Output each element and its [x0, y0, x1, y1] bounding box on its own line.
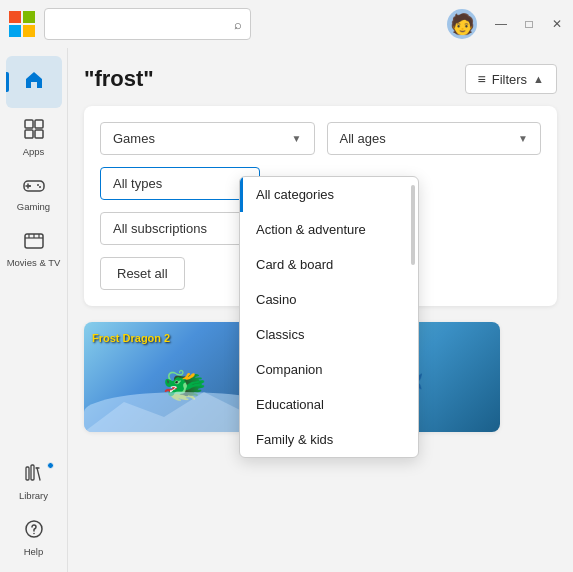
casino-label: Casino [256, 292, 296, 307]
search-box[interactable]: frost ⌕ [44, 8, 251, 40]
sidebar-item-library-label: Library [19, 490, 48, 501]
title-bar: frost ⌕ 🧑 — □ ✕ [0, 0, 573, 48]
dropdown-item-card[interactable]: Card & board [240, 247, 418, 282]
library-icon [24, 463, 44, 488]
home-icon [23, 69, 45, 96]
sidebar-item-help-label: Help [24, 546, 44, 557]
svg-rect-7 [35, 130, 43, 138]
filters-button[interactable]: ≡ Filters ▲ [465, 64, 557, 94]
dropdown-item-companion[interactable]: Companion [240, 352, 418, 387]
age-chevron-icon: ▼ [518, 133, 528, 144]
dropdown-scrollbar [411, 185, 415, 265]
categories-dropdown: All categories Action & adventure Card &… [239, 176, 419, 458]
dropdown-item-educational[interactable]: Educational [240, 387, 418, 422]
svg-rect-0 [9, 11, 21, 23]
svg-rect-4 [25, 120, 33, 128]
dropdown-item-casino[interactable]: Casino [240, 282, 418, 317]
content-area: "frost" ≡ Filters ▲ Games ▼ All ages ▼ [68, 48, 573, 572]
type-chevron-icon: ▼ [292, 133, 302, 144]
svg-rect-3 [23, 25, 35, 37]
filter-subscriptions-value: All subscriptions [113, 221, 207, 236]
sidebar-item-gaming-label: Gaming [17, 201, 50, 212]
page-title: "frost" [84, 66, 154, 92]
sidebar-item-movies[interactable]: Movies & TV [6, 224, 62, 276]
companion-label: Companion [256, 362, 323, 377]
gaming-icon [23, 176, 45, 199]
filter-age-value: All ages [340, 131, 386, 146]
filter-row-1: Games ▼ All ages ▼ [100, 122, 541, 155]
svg-rect-5 [35, 120, 43, 128]
filters-chevron-icon: ▲ [533, 73, 544, 85]
maximize-button[interactable]: □ [521, 17, 537, 31]
card-board-label: Card & board [256, 257, 333, 272]
active-indicator [6, 72, 9, 92]
library-notification-dot [47, 462, 54, 469]
family-kids-label: Family & kids [256, 432, 333, 447]
action-adventure-label: Action & adventure [256, 222, 366, 237]
main-layout: Apps Gaming [0, 48, 573, 572]
frost-dragon-title: Frost Dragon 2 [92, 332, 170, 345]
help-icon [24, 519, 44, 544]
svg-rect-1 [23, 11, 35, 23]
page-header: "frost" ≡ Filters ▲ [84, 48, 557, 106]
sidebar-item-apps-label: Apps [23, 146, 45, 157]
minimize-button[interactable]: — [493, 17, 509, 31]
sidebar-item-home[interactable] [6, 56, 62, 108]
movies-icon [24, 232, 44, 255]
classics-label: Classics [256, 327, 304, 342]
dropdown-item-all-categories[interactable]: All categories [240, 177, 418, 212]
svg-point-12 [37, 184, 39, 186]
sidebar-item-movies-label: Movies & TV [7, 257, 61, 268]
svg-rect-20 [31, 465, 34, 480]
svg-rect-6 [25, 130, 33, 138]
filter-age-select[interactable]: All ages ▼ [327, 122, 542, 155]
sidebar-item-help[interactable]: Help [6, 512, 62, 564]
svg-rect-19 [26, 467, 29, 480]
sidebar-item-gaming[interactable]: Gaming [6, 168, 62, 220]
educational-label: Educational [256, 397, 324, 412]
all-categories-label: All categories [256, 187, 334, 202]
dropdown-item-classics[interactable]: Classics [240, 317, 418, 352]
window-controls: — □ ✕ [493, 17, 565, 31]
filter-type-select[interactable]: Games ▼ [100, 122, 315, 155]
filter-panel: Games ▼ All ages ▼ All types ▼ All subsc… [84, 106, 557, 306]
close-button[interactable]: ✕ [549, 17, 565, 31]
sidebar-bottom: Library Help [0, 456, 67, 572]
svg-rect-2 [9, 25, 21, 37]
sidebar-item-library[interactable]: Library [6, 456, 62, 508]
sidebar-item-apps[interactable]: Apps [6, 112, 62, 164]
dropdown-item-action[interactable]: Action & adventure [240, 212, 418, 247]
app-logo [8, 10, 36, 38]
dropdown-item-family[interactable]: Family & kids [240, 422, 418, 457]
filters-label: Filters [492, 72, 527, 87]
filters-icon: ≡ [478, 71, 486, 87]
reset-button[interactable]: Reset all [100, 257, 185, 290]
search-input[interactable]: frost [53, 16, 228, 32]
svg-point-13 [39, 186, 41, 188]
sidebar: Apps Gaming [0, 48, 68, 572]
filter-type-value: Games [113, 131, 155, 146]
apps-icon [24, 119, 44, 144]
filter-subscriptions-select[interactable]: All subscriptions ▼ [100, 212, 260, 245]
search-icon-button[interactable]: ⌕ [234, 17, 242, 32]
avatar[interactable]: 🧑 [447, 9, 477, 39]
filter-all-types-select[interactable]: All types ▼ [100, 167, 260, 200]
filter-all-types-value: All types [113, 176, 162, 191]
svg-point-22 [33, 533, 35, 535]
